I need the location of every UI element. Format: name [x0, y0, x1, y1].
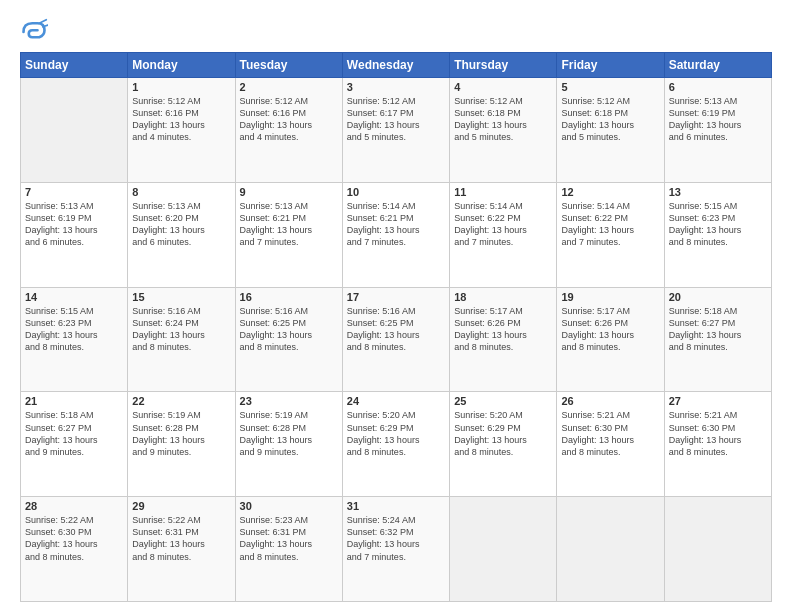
day-info: Sunrise: 5:14 AMSunset: 6:22 PMDaylight:…: [561, 200, 659, 249]
day-info: Sunrise: 5:17 AMSunset: 6:26 PMDaylight:…: [561, 305, 659, 354]
calendar-cell: 12Sunrise: 5:14 AMSunset: 6:22 PMDayligh…: [557, 182, 664, 287]
day-info: Sunrise: 5:13 AMSunset: 6:19 PMDaylight:…: [25, 200, 123, 249]
calendar-week-1: 7Sunrise: 5:13 AMSunset: 6:19 PMDaylight…: [21, 182, 772, 287]
calendar-cell: [450, 497, 557, 602]
day-info: Sunrise: 5:16 AMSunset: 6:25 PMDaylight:…: [240, 305, 338, 354]
day-number: 10: [347, 186, 445, 198]
day-info: Sunrise: 5:17 AMSunset: 6:26 PMDaylight:…: [454, 305, 552, 354]
col-header-friday: Friday: [557, 53, 664, 78]
day-info: Sunrise: 5:12 AMSunset: 6:16 PMDaylight:…: [240, 95, 338, 144]
calendar-table: SundayMondayTuesdayWednesdayThursdayFrid…: [20, 52, 772, 602]
calendar-cell: 25Sunrise: 5:20 AMSunset: 6:29 PMDayligh…: [450, 392, 557, 497]
calendar-cell: 27Sunrise: 5:21 AMSunset: 6:30 PMDayligh…: [664, 392, 771, 497]
logo: [20, 18, 52, 46]
day-info: Sunrise: 5:23 AMSunset: 6:31 PMDaylight:…: [240, 514, 338, 563]
calendar-cell: 29Sunrise: 5:22 AMSunset: 6:31 PMDayligh…: [128, 497, 235, 602]
calendar-cell: 17Sunrise: 5:16 AMSunset: 6:25 PMDayligh…: [342, 287, 449, 392]
day-info: Sunrise: 5:24 AMSunset: 6:32 PMDaylight:…: [347, 514, 445, 563]
day-number: 7: [25, 186, 123, 198]
day-number: 25: [454, 395, 552, 407]
calendar-cell: 23Sunrise: 5:19 AMSunset: 6:28 PMDayligh…: [235, 392, 342, 497]
calendar-week-0: 1Sunrise: 5:12 AMSunset: 6:16 PMDaylight…: [21, 78, 772, 183]
day-number: 28: [25, 500, 123, 512]
day-number: 30: [240, 500, 338, 512]
day-number: 5: [561, 81, 659, 93]
col-header-saturday: Saturday: [664, 53, 771, 78]
calendar-cell: 3Sunrise: 5:12 AMSunset: 6:17 PMDaylight…: [342, 78, 449, 183]
page: SundayMondayTuesdayWednesdayThursdayFrid…: [0, 0, 792, 612]
calendar-cell: 31Sunrise: 5:24 AMSunset: 6:32 PMDayligh…: [342, 497, 449, 602]
day-info: Sunrise: 5:19 AMSunset: 6:28 PMDaylight:…: [240, 409, 338, 458]
day-number: 14: [25, 291, 123, 303]
day-info: Sunrise: 5:21 AMSunset: 6:30 PMDaylight:…: [561, 409, 659, 458]
day-number: 12: [561, 186, 659, 198]
calendar-cell: 19Sunrise: 5:17 AMSunset: 6:26 PMDayligh…: [557, 287, 664, 392]
calendar-cell: 15Sunrise: 5:16 AMSunset: 6:24 PMDayligh…: [128, 287, 235, 392]
calendar-cell: 10Sunrise: 5:14 AMSunset: 6:21 PMDayligh…: [342, 182, 449, 287]
day-number: 20: [669, 291, 767, 303]
calendar-cell: 11Sunrise: 5:14 AMSunset: 6:22 PMDayligh…: [450, 182, 557, 287]
day-info: Sunrise: 5:12 AMSunset: 6:18 PMDaylight:…: [454, 95, 552, 144]
day-number: 17: [347, 291, 445, 303]
col-header-monday: Monday: [128, 53, 235, 78]
day-info: Sunrise: 5:18 AMSunset: 6:27 PMDaylight:…: [25, 409, 123, 458]
day-info: Sunrise: 5:15 AMSunset: 6:23 PMDaylight:…: [25, 305, 123, 354]
calendar-cell: [21, 78, 128, 183]
calendar-week-3: 21Sunrise: 5:18 AMSunset: 6:27 PMDayligh…: [21, 392, 772, 497]
calendar-cell: 2Sunrise: 5:12 AMSunset: 6:16 PMDaylight…: [235, 78, 342, 183]
day-info: Sunrise: 5:14 AMSunset: 6:22 PMDaylight:…: [454, 200, 552, 249]
day-number: 31: [347, 500, 445, 512]
day-number: 18: [454, 291, 552, 303]
day-number: 19: [561, 291, 659, 303]
day-info: Sunrise: 5:21 AMSunset: 6:30 PMDaylight:…: [669, 409, 767, 458]
day-info: Sunrise: 5:16 AMSunset: 6:25 PMDaylight:…: [347, 305, 445, 354]
calendar-cell: 18Sunrise: 5:17 AMSunset: 6:26 PMDayligh…: [450, 287, 557, 392]
calendar-cell: 8Sunrise: 5:13 AMSunset: 6:20 PMDaylight…: [128, 182, 235, 287]
day-number: 26: [561, 395, 659, 407]
calendar-cell: 5Sunrise: 5:12 AMSunset: 6:18 PMDaylight…: [557, 78, 664, 183]
col-header-tuesday: Tuesday: [235, 53, 342, 78]
calendar-cell: 7Sunrise: 5:13 AMSunset: 6:19 PMDaylight…: [21, 182, 128, 287]
day-number: 3: [347, 81, 445, 93]
calendar-cell: 28Sunrise: 5:22 AMSunset: 6:30 PMDayligh…: [21, 497, 128, 602]
day-number: 24: [347, 395, 445, 407]
calendar-cell: 13Sunrise: 5:15 AMSunset: 6:23 PMDayligh…: [664, 182, 771, 287]
day-number: 4: [454, 81, 552, 93]
day-info: Sunrise: 5:12 AMSunset: 6:17 PMDaylight:…: [347, 95, 445, 144]
col-header-sunday: Sunday: [21, 53, 128, 78]
day-number: 9: [240, 186, 338, 198]
calendar-cell: 9Sunrise: 5:13 AMSunset: 6:21 PMDaylight…: [235, 182, 342, 287]
day-number: 2: [240, 81, 338, 93]
day-info: Sunrise: 5:19 AMSunset: 6:28 PMDaylight:…: [132, 409, 230, 458]
day-number: 11: [454, 186, 552, 198]
day-info: Sunrise: 5:20 AMSunset: 6:29 PMDaylight:…: [347, 409, 445, 458]
calendar-cell: [557, 497, 664, 602]
day-number: 23: [240, 395, 338, 407]
header: [20, 18, 772, 46]
calendar-week-2: 14Sunrise: 5:15 AMSunset: 6:23 PMDayligh…: [21, 287, 772, 392]
calendar-cell: 4Sunrise: 5:12 AMSunset: 6:18 PMDaylight…: [450, 78, 557, 183]
day-info: Sunrise: 5:20 AMSunset: 6:29 PMDaylight:…: [454, 409, 552, 458]
calendar-cell: 20Sunrise: 5:18 AMSunset: 6:27 PMDayligh…: [664, 287, 771, 392]
calendar-cell: [664, 497, 771, 602]
day-info: Sunrise: 5:22 AMSunset: 6:31 PMDaylight:…: [132, 514, 230, 563]
day-info: Sunrise: 5:12 AMSunset: 6:16 PMDaylight:…: [132, 95, 230, 144]
day-info: Sunrise: 5:13 AMSunset: 6:19 PMDaylight:…: [669, 95, 767, 144]
calendar-cell: 21Sunrise: 5:18 AMSunset: 6:27 PMDayligh…: [21, 392, 128, 497]
day-number: 29: [132, 500, 230, 512]
calendar-cell: 6Sunrise: 5:13 AMSunset: 6:19 PMDaylight…: [664, 78, 771, 183]
calendar-cell: 24Sunrise: 5:20 AMSunset: 6:29 PMDayligh…: [342, 392, 449, 497]
day-number: 16: [240, 291, 338, 303]
day-info: Sunrise: 5:22 AMSunset: 6:30 PMDaylight:…: [25, 514, 123, 563]
day-number: 15: [132, 291, 230, 303]
day-number: 27: [669, 395, 767, 407]
calendar-header-row: SundayMondayTuesdayWednesdayThursdayFrid…: [21, 53, 772, 78]
day-info: Sunrise: 5:18 AMSunset: 6:27 PMDaylight:…: [669, 305, 767, 354]
day-info: Sunrise: 5:12 AMSunset: 6:18 PMDaylight:…: [561, 95, 659, 144]
col-header-wednesday: Wednesday: [342, 53, 449, 78]
day-info: Sunrise: 5:15 AMSunset: 6:23 PMDaylight:…: [669, 200, 767, 249]
col-header-thursday: Thursday: [450, 53, 557, 78]
calendar-cell: 26Sunrise: 5:21 AMSunset: 6:30 PMDayligh…: [557, 392, 664, 497]
day-number: 22: [132, 395, 230, 407]
calendar-cell: 30Sunrise: 5:23 AMSunset: 6:31 PMDayligh…: [235, 497, 342, 602]
